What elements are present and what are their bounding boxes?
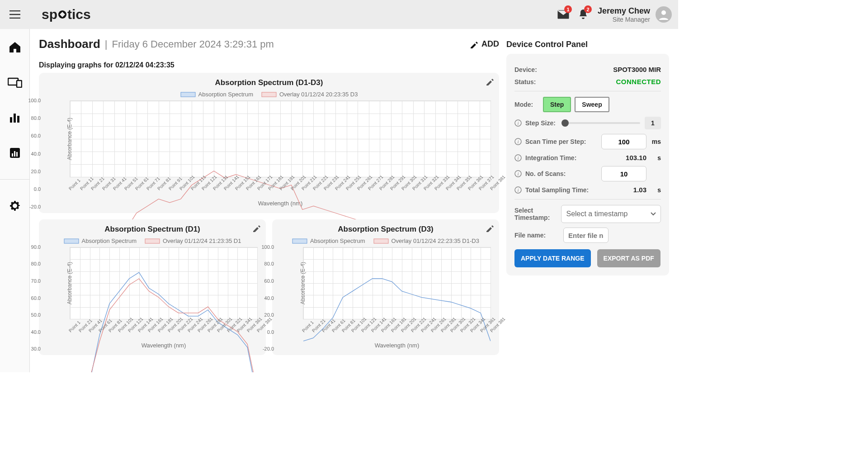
page-datetime: Friday 6 December 2024 3:29:31 pm	[112, 38, 274, 50]
chart-legend: Absorption Spectrum Overlay 01/12/24 20:…	[47, 91, 491, 98]
svg-text:i: i	[517, 187, 519, 193]
timestamp-select[interactable]: Select a timestamp	[561, 205, 661, 223]
mail-badge: 1	[564, 5, 572, 13]
svg-rect-13	[145, 239, 160, 243]
svg-rect-14	[292, 239, 307, 243]
chart-plot-d3[interactable]: 100.080.060.040.020.00.0-20.0 Absorbance…	[280, 247, 491, 349]
svg-rect-4	[14, 114, 16, 123]
chart-card-big: Absorption Spectrum (D1-D3) Absorption S…	[39, 73, 499, 213]
brand-logo: sptics	[42, 7, 91, 22]
svg-text:i: i	[517, 139, 519, 144]
apply-date-range-button[interactable]: APPLY DATE RANGE	[514, 249, 591, 267]
user-role: Site Manager	[613, 16, 650, 23]
chart-title: Absorption Spectrum (D3)	[280, 225, 491, 234]
page-title: Dashboard	[39, 37, 100, 51]
device-panel-title: Device Control Panel	[506, 40, 669, 49]
sidebar-item-settings[interactable]	[6, 197, 24, 215]
home-icon	[9, 41, 21, 53]
chart-edit-button[interactable]	[486, 77, 494, 85]
svg-rect-7	[12, 153, 13, 157]
subheading: Displaying graphs for 02/12/24 04:23:35	[39, 61, 499, 69]
devices-icon	[8, 77, 22, 88]
svg-point-0	[661, 10, 666, 15]
page-header: Dashboard | Friday 6 December 2024 3:29:…	[39, 37, 499, 51]
svg-rect-5	[17, 116, 19, 123]
pencil-icon	[486, 224, 494, 232]
topbar: sptics 1 2 Jeremy Chew Site Manager	[0, 0, 678, 29]
svg-rect-10	[181, 92, 195, 97]
svg-rect-15	[374, 239, 388, 243]
sidebar	[0, 29, 30, 372]
info-icon[interactable]: i	[514, 119, 522, 127]
chevron-down-icon	[651, 212, 656, 216]
chart-edit-button[interactable]	[252, 224, 260, 232]
svg-text:i: i	[517, 155, 519, 161]
chart-legend: Absorption Spectrum Overlay 01/12/24 21:…	[47, 237, 258, 244]
hamburger-menu[interactable]	[3, 2, 27, 27]
bar-chart-icon	[9, 112, 21, 123]
chart-title: Absorption Spectrum (D1)	[47, 225, 258, 234]
export-pdf-button[interactable]: EXPORT AS PDF	[597, 249, 660, 267]
device-value: SPOT3000 MIR	[590, 66, 661, 73]
sidebar-item-devices[interactable]	[6, 73, 24, 91]
info-icon[interactable]: i	[514, 138, 522, 145]
add-button[interactable]: ADD	[470, 39, 499, 49]
timestamp-label: Select Timestamp:	[514, 207, 557, 221]
menu-icon	[9, 10, 20, 19]
filename-input[interactable]	[563, 228, 609, 243]
gear-icon	[9, 199, 21, 212]
pencil-icon	[252, 224, 260, 232]
sidebar-item-reports[interactable]	[6, 144, 24, 162]
svg-rect-2	[17, 81, 22, 87]
integration-label: Integration Time:	[525, 154, 598, 161]
chart-plot-d1[interactable]: 90.080.070.060.050.040.030.0 Absorbance …	[47, 247, 258, 349]
total-value: 1.03	[601, 186, 646, 194]
svg-rect-9	[16, 152, 18, 157]
info-icon[interactable]: i	[514, 154, 522, 161]
sidebar-item-analytics[interactable]	[6, 109, 24, 127]
scantime-input[interactable]	[601, 134, 646, 149]
scans-label: No. of Scans:	[525, 170, 598, 177]
report-icon	[9, 147, 21, 159]
pencil-icon	[470, 40, 478, 48]
info-icon[interactable]: i	[514, 170, 522, 177]
pencil-icon	[486, 77, 494, 85]
svg-text:i: i	[517, 120, 519, 126]
user-icon	[657, 8, 670, 21]
user-menu[interactable]: Jeremy Chew Site Manager	[598, 6, 672, 23]
status-value: CONNECTED	[590, 78, 661, 85]
total-label: Total Sampling Time:	[525, 186, 598, 194]
device-label: Device:	[514, 66, 587, 73]
mode-step-button[interactable]: Step	[543, 97, 571, 112]
device-control-panel: Device: SPOT3000 MIR Status: CONNECTED M…	[506, 54, 669, 275]
stepsize-label: Step Size:	[525, 119, 561, 127]
stepsize-value: 1	[645, 117, 661, 129]
chart-plot-big[interactable]: 100.080.060.040.020.00.0-20.0 Absorbance…	[47, 100, 491, 207]
chart-card-d1: Absorption Spectrum (D1) Absorption Spec…	[39, 219, 266, 355]
svg-rect-11	[262, 92, 276, 97]
chart-card-d3: Absorption Spectrum (D3) Absorption Spec…	[272, 219, 499, 355]
avatar	[656, 6, 672, 23]
chart-legend: Absorption Spectrum Overlay 01/12/24 22:…	[280, 237, 491, 244]
mode-label: Mode:	[514, 101, 539, 108]
scantime-label: Scan Time per Step:	[525, 138, 598, 145]
user-name: Jeremy Chew	[598, 6, 650, 16]
chart-title: Absorption Spectrum (D1-D3)	[47, 78, 491, 87]
mode-sweep-button[interactable]: Sweep	[575, 97, 609, 112]
info-icon[interactable]: i	[514, 186, 522, 194]
mail-button[interactable]: 1	[553, 5, 573, 24]
svg-rect-8	[14, 151, 15, 157]
sidebar-item-home[interactable]	[6, 38, 24, 56]
svg-rect-12	[64, 239, 79, 243]
integration-value: 103.10	[601, 154, 646, 161]
scans-input[interactable]	[601, 166, 646, 181]
svg-text:i: i	[517, 171, 519, 176]
status-label: Status:	[514, 78, 587, 85]
notifications-button[interactable]: 2	[573, 5, 593, 24]
stepsize-slider[interactable]: 1	[565, 117, 661, 129]
chart-edit-button[interactable]	[486, 224, 494, 232]
sidebar-separator	[0, 179, 29, 180]
svg-rect-3	[10, 117, 12, 123]
notifications-badge: 2	[584, 5, 592, 13]
filename-label: File name:	[514, 232, 560, 239]
